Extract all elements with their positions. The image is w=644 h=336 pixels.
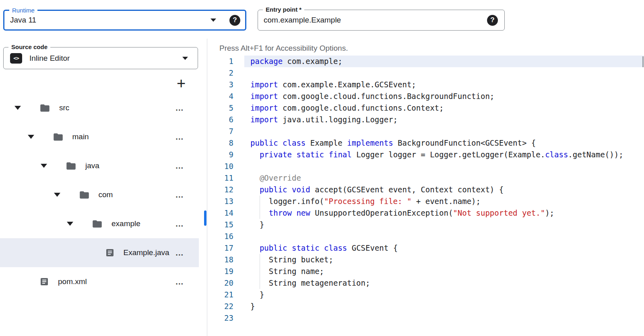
line-number: 3 — [207, 79, 244, 91]
code-line: 10 — [207, 161, 644, 172]
code-line: 2 — [207, 67, 644, 79]
code-line-content[interactable]: import com.example.Example.GCSEvent; — [244, 79, 644, 91]
line-number: 23 — [207, 312, 244, 324]
code-line-content[interactable]: public static class GCSEvent { — [244, 242, 644, 254]
tree-item-label: com — [99, 190, 113, 199]
line-number: 19 — [207, 266, 244, 277]
folder-icon — [53, 132, 64, 142]
folder-icon — [92, 219, 103, 229]
code-line: 4import com.google.cloud.functions.Backg… — [207, 91, 644, 102]
code-line: 13 logger.info("Processing file: " + eve… — [207, 196, 644, 207]
code-line-content[interactable] — [244, 312, 644, 324]
line-number: 9 — [207, 149, 244, 161]
tree-item-label: java — [85, 161, 99, 170]
line-number: 12 — [207, 184, 244, 196]
line-number: 20 — [207, 277, 244, 289]
entry-point-help-icon[interactable]: ? — [487, 15, 498, 26]
code-line: 12 public void accept(GCSEvent event, Co… — [207, 184, 644, 196]
code-line-content[interactable]: } — [244, 289, 644, 301]
accessibility-hint: Press Alt+F1 for Accessibility Options. — [219, 44, 348, 53]
code-line-content[interactable] — [244, 126, 644, 137]
line-number: 17 — [207, 242, 244, 254]
tree-row-java[interactable]: java... — [0, 151, 199, 180]
code-line-content[interactable]: String metageneration; — [244, 277, 644, 289]
code-editor[interactable]: 1package com.example;23import com.exampl… — [207, 56, 644, 336]
code-line: 6import java.util.logging.Logger; — [207, 114, 644, 126]
file-icon — [105, 248, 115, 258]
line-number: 4 — [207, 91, 244, 102]
code-line-content[interactable]: logger.info("Processing file: " + event.… — [244, 196, 644, 207]
code-line-content[interactable]: String name; — [244, 266, 644, 277]
more-options-button[interactable]: ... — [175, 135, 184, 139]
code-line: 14 throw new UnsupportedOperationExcepti… — [207, 207, 644, 219]
source-code-select[interactable]: Source code <> Inline Editor — [3, 47, 198, 69]
code-line: 17 public static class GCSEvent { — [207, 242, 644, 254]
line-number: 21 — [207, 289, 244, 301]
source-code-value: Inline Editor — [29, 54, 70, 63]
tree-row-example-java[interactable]: Example.java... — [0, 238, 199, 267]
chevron-down-icon[interactable] — [182, 57, 188, 60]
code-line: 16 — [207, 231, 644, 242]
chevron-down-icon[interactable] — [211, 19, 216, 22]
runtime-value: Java 11 — [10, 16, 36, 25]
expand-caret-icon[interactable] — [67, 222, 73, 226]
add-file-button[interactable]: + — [173, 75, 190, 92]
code-line-content[interactable] — [244, 231, 644, 242]
expand-caret-icon[interactable] — [14, 106, 21, 110]
more-options-button[interactable]: ... — [175, 106, 184, 110]
more-options-button[interactable]: ... — [175, 251, 184, 255]
code-line-content[interactable]: private static final Logger logger = Log… — [244, 149, 644, 161]
code-line: 5import com.google.cloud.functions.Conte… — [207, 102, 644, 114]
tree-row-main[interactable]: main... — [0, 122, 199, 151]
tree-item-label: example — [111, 219, 140, 228]
code-line-content[interactable]: public class Example implements Backgrou… — [244, 137, 644, 149]
source-code-label: Source code — [8, 43, 50, 50]
tree-item-label: Example.java — [124, 248, 169, 257]
expand-caret-icon[interactable] — [28, 135, 34, 139]
tree-row-com[interactable]: com... — [0, 180, 199, 209]
line-number: 22 — [207, 301, 244, 312]
code-line-content[interactable]: import com.google.cloud.functions.Contex… — [244, 102, 644, 114]
line-number: 15 — [207, 219, 244, 231]
code-line-content[interactable]: @Override — [244, 172, 644, 184]
code-line-content[interactable]: } — [244, 301, 644, 312]
code-line-content[interactable]: import com.google.cloud.functions.Backgr… — [244, 91, 644, 102]
file-tree: src...main...java...com...example...Exam… — [0, 93, 199, 296]
tree-row-src[interactable]: src... — [0, 93, 199, 122]
line-number: 2 — [207, 67, 244, 79]
expand-caret-icon[interactable] — [54, 193, 60, 197]
code-line-content[interactable]: package com.example; — [244, 56, 644, 67]
runtime-label: Runtime — [9, 7, 37, 14]
expand-caret-icon[interactable] — [41, 164, 47, 168]
folder-icon — [66, 161, 76, 171]
code-line-content[interactable]: String bucket; — [244, 254, 644, 266]
line-number: 13 — [207, 196, 244, 207]
runtime-select[interactable]: Runtime Java 11 ? — [3, 10, 246, 31]
code-line: 11 @Override — [207, 172, 644, 184]
tree-row-example[interactable]: example... — [0, 209, 199, 238]
code-line: 15 } — [207, 219, 644, 231]
code-line: 8public class Example implements Backgro… — [207, 137, 644, 149]
entry-point-field[interactable]: Entry point * com.example.Example ? — [258, 10, 505, 31]
more-options-button[interactable]: ... — [175, 164, 184, 168]
code-line: 3import com.example.Example.GCSEvent; — [207, 79, 644, 91]
tree-row-pom-xml[interactable]: pom.xml... — [0, 267, 199, 296]
more-options-button[interactable]: ... — [175, 280, 184, 284]
code-line-content[interactable] — [244, 67, 644, 79]
more-options-button[interactable]: ... — [175, 193, 184, 197]
indent-guide-line — [260, 254, 260, 266]
code-line-content[interactable]: } — [244, 219, 644, 231]
tree-item-label: src — [59, 103, 69, 112]
runtime-help-icon[interactable]: ? — [229, 15, 240, 26]
code-icon: <> — [10, 53, 22, 64]
code-line-content[interactable]: throw new UnsupportedOperationException(… — [244, 207, 644, 219]
code-line-content[interactable] — [244, 161, 644, 172]
more-options-button[interactable]: ... — [175, 222, 184, 226]
code-line: 18 String bucket; — [207, 254, 644, 266]
line-number: 11 — [207, 172, 244, 184]
code-line-content[interactable]: import java.util.logging.Logger; — [244, 114, 644, 126]
divider-handle[interactable] — [204, 210, 206, 226]
code-line-content[interactable]: public void accept(GCSEvent event, Conte… — [244, 184, 644, 196]
folder-icon — [39, 103, 50, 113]
entry-point-value: com.example.Example — [264, 16, 341, 25]
